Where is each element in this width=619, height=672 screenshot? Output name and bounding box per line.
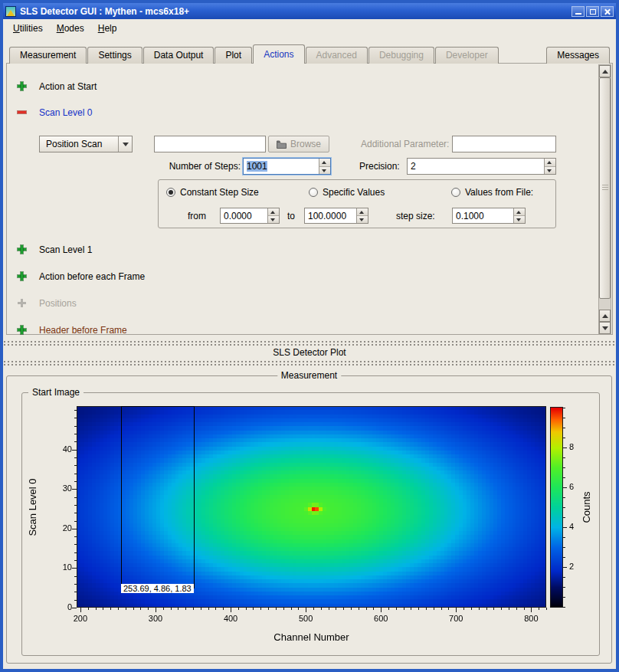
x-tick-label: 400 — [218, 614, 244, 623]
menu-help[interactable]: Help — [91, 21, 124, 36]
browse-button: Browse — [268, 136, 329, 152]
to-label: to — [287, 211, 295, 221]
chevron-down-icon[interactable] — [118, 136, 132, 152]
steps-value: 1001 — [247, 161, 267, 172]
spin-down-icon[interactable] — [319, 167, 330, 175]
folder-search-icon — [277, 140, 287, 149]
spin-up-icon[interactable] — [268, 208, 279, 216]
spin-down-icon[interactable] — [514, 216, 525, 223]
scan-mode-value: Position Scan — [46, 139, 102, 149]
scan-level-0-controls: Position Scan Browse Additional Paramete… — [7, 136, 612, 235]
minimize-icon — [575, 13, 581, 15]
radio-icon[interactable] — [451, 188, 460, 197]
cursor-position-tooltip: 253.69, 4.86, 1.83 — [121, 584, 194, 593]
actions-tab-pane: Action at Start Scan Level 0 Position Sc… — [6, 63, 613, 335]
tab-settings[interactable]: Settings — [87, 47, 142, 64]
expand-plus-icon[interactable] — [18, 82, 26, 90]
y-tick-label: 10 — [41, 562, 72, 572]
action-item-label: Scan Level 0 — [39, 107, 92, 118]
arrow-down-icon — [602, 326, 608, 330]
spinner-buttons — [544, 159, 555, 174]
x-tick-label: 500 — [293, 614, 319, 623]
vertical-scrollbar[interactable] — [598, 64, 611, 335]
tab-messages[interactable]: Messages — [546, 47, 610, 64]
scan-mode-select[interactable]: Position Scan — [39, 136, 133, 152]
main-window: SLS Detector GUI : Mythen - mcs6x18+ Uti… — [0, 0, 619, 672]
to-spinbox[interactable]: 100.0000 — [304, 208, 368, 224]
colorbar-tick-label: 6 — [569, 482, 588, 491]
y-axis-title: Scan Level 0 — [27, 478, 38, 536]
arrow-up-icon — [602, 314, 608, 318]
maximize-icon — [590, 9, 596, 15]
scan-file-input[interactable] — [154, 136, 266, 152]
menu-utilities[interactable]: Utilities — [6, 21, 50, 36]
arrow-up-icon — [602, 70, 608, 74]
y-tick-label: 20 — [41, 523, 72, 533]
step-size-value: 0.1000 — [456, 211, 484, 221]
tab-advanced: Advanced — [306, 47, 368, 64]
window-title: SLS Detector GUI : Mythen - mcs6x18+ — [20, 6, 189, 17]
plot-dock-title[interactable]: SLS Detector Plot — [3, 346, 616, 359]
menu-modes[interactable]: Modes — [50, 21, 91, 36]
title-bar[interactable]: SLS Detector GUI : Mythen - mcs6x18+ — [3, 3, 616, 19]
spin-down-icon[interactable] — [268, 216, 279, 223]
radio-label: Specific Values — [323, 187, 385, 198]
spin-up-icon[interactable] — [545, 159, 555, 167]
x-tick-label: 200 — [67, 614, 93, 623]
expand-plus-icon[interactable] — [18, 272, 26, 280]
tab-actions[interactable]: Actions — [253, 44, 304, 64]
spin-up-icon[interactable] — [319, 159, 330, 167]
collapse-minus-icon[interactable] — [18, 108, 26, 116]
spinner-buttons — [513, 208, 525, 223]
additional-parameter-input[interactable] — [452, 136, 556, 152]
close-button[interactable] — [601, 6, 614, 17]
to-value: 100.0000 — [308, 211, 346, 221]
tab-plot[interactable]: Plot — [215, 47, 252, 64]
spin-down-icon[interactable] — [357, 216, 368, 223]
tab-measurement[interactable]: Measurement — [9, 47, 87, 64]
splitter-handle-top[interactable] — [3, 340, 616, 346]
action-item-label: Action at Start — [39, 81, 97, 92]
x-axis-title: Channel Number — [77, 631, 546, 643]
precision-spinbox[interactable]: 2 — [407, 158, 556, 175]
y-tick-label: 30 — [41, 484, 72, 493]
expand-plus-icon[interactable] — [18, 326, 26, 334]
tab-developer: Developer — [435, 47, 499, 64]
x-tick-label: 600 — [368, 614, 394, 623]
spin-up-icon[interactable] — [514, 208, 525, 216]
colorbar-tick-label: 4 — [569, 522, 588, 531]
tab-debugging: Debugging — [368, 47, 434, 64]
spin-up-icon[interactable] — [357, 208, 368, 216]
radio-label: Constant Step Size — [180, 187, 259, 198]
radio-checked-icon[interactable] — [166, 188, 175, 197]
measurement-group-title: Measurement — [277, 370, 341, 381]
app-icon — [5, 6, 16, 17]
spinner-buttons — [319, 159, 330, 174]
scrollbar-thumb[interactable] — [599, 77, 611, 299]
step-mode-groupbox: Constant Step Size Specific Values Value… — [158, 179, 556, 228]
from-label: from — [188, 211, 206, 221]
number-of-steps-spinbox[interactable]: 1001 — [243, 158, 331, 175]
scroll-up-button-2[interactable] — [599, 310, 611, 322]
from-spinbox[interactable]: 0.0000 — [220, 208, 280, 224]
tab-data-output[interactable]: Data Output — [143, 47, 215, 64]
expand-plus-disabled-icon — [18, 299, 26, 307]
number-of-steps-label: Number of Steps: — [137, 161, 241, 172]
x-tick-label: 800 — [518, 614, 544, 623]
zoom-selection-rect — [121, 406, 195, 588]
y-tick-label: 0 — [41, 602, 72, 611]
scroll-up-button[interactable] — [599, 65, 611, 77]
colorbar-axis-title: Counts — [581, 491, 592, 523]
action-item-label: Positions — [39, 298, 77, 309]
expand-plus-icon[interactable] — [18, 245, 26, 254]
spin-down-icon[interactable] — [545, 167, 555, 175]
action-item-label: Action before each Frame — [39, 271, 145, 282]
minimize-button[interactable] — [572, 6, 585, 17]
step-size-spinbox[interactable]: 0.1000 — [452, 208, 526, 224]
radio-icon[interactable] — [309, 188, 318, 197]
maximize-button[interactable] — [586, 6, 599, 17]
splitter-handle-bottom[interactable] — [3, 360, 616, 366]
scroll-down-button[interactable] — [599, 322, 611, 334]
x-tick-label: 300 — [142, 614, 169, 623]
precision-value: 2 — [411, 161, 416, 172]
